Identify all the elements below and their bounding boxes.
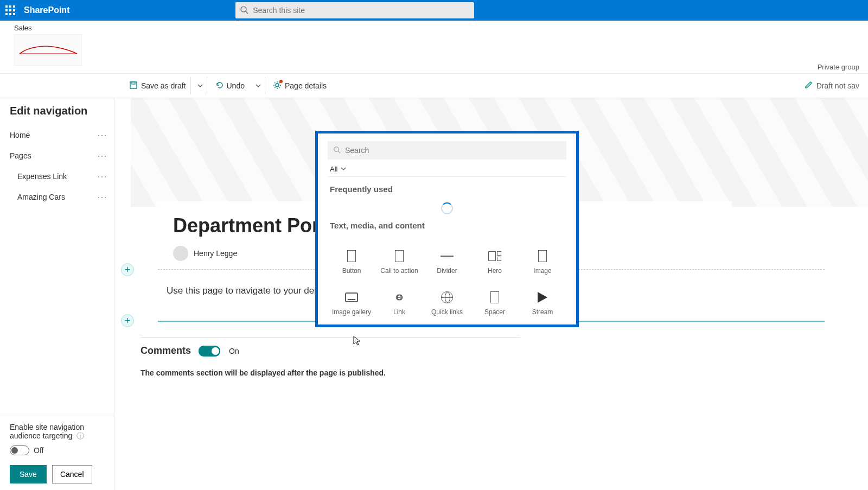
webpart-stream[interactable]: Stream xyxy=(519,277,566,316)
comments-toggle[interactable] xyxy=(199,346,220,357)
nav-item-label: Expenses Link xyxy=(17,172,67,181)
nav-panel-title: Edit navigation xyxy=(0,100,114,125)
cancel-button[interactable]: Cancel xyxy=(52,465,92,483)
save-draft-chevron[interactable] xyxy=(194,77,207,94)
play-icon xyxy=(536,291,549,304)
gallery-icon xyxy=(345,291,358,304)
picker-filter-label: All xyxy=(330,165,337,173)
more-icon[interactable]: ⋯ xyxy=(97,129,107,141)
search-icon xyxy=(333,146,341,155)
link-icon xyxy=(393,291,406,304)
draft-status: Draft not sav xyxy=(805,80,859,91)
save-draft-button[interactable]: Save as draft xyxy=(125,77,191,94)
chevron-down-icon xyxy=(341,165,346,173)
author-avatar xyxy=(173,246,188,261)
comments-divider xyxy=(141,337,520,338)
picker-search[interactable] xyxy=(328,141,566,160)
nav-item-label: Pages xyxy=(10,151,31,160)
webpart-label: Link xyxy=(393,308,405,316)
webpart-divider[interactable]: Divider xyxy=(423,236,471,275)
privacy-label: Private group xyxy=(818,63,859,71)
suite-search[interactable] xyxy=(235,2,474,18)
save-draft-label: Save as draft xyxy=(141,81,186,90)
suite-search-input[interactable] xyxy=(253,6,470,15)
site-header: Sales Private group xyxy=(0,21,868,73)
comments-state: On xyxy=(229,347,239,355)
add-section-button[interactable]: + xyxy=(121,263,134,276)
more-icon[interactable]: ⋯ xyxy=(97,191,107,203)
webpart-image[interactable]: Image xyxy=(519,236,566,275)
undo-chevron[interactable] xyxy=(252,77,265,94)
webpart-spacer[interactable]: Spacer xyxy=(471,277,519,316)
webpart-label: Divider xyxy=(437,267,457,275)
nav-item-label: Home xyxy=(10,131,30,139)
info-icon[interactable]: ⓘ xyxy=(76,431,84,440)
page-details-label: Page details xyxy=(285,81,327,90)
cta-icon xyxy=(393,250,406,263)
gear-icon xyxy=(273,81,282,91)
picker-body[interactable]: Frequently used Text, media, and content… xyxy=(328,176,566,320)
comments-row: Comments On xyxy=(141,345,239,357)
audience-targeting-label: Enable site navigation audience targetin… xyxy=(10,423,104,441)
picker-filter[interactable]: All xyxy=(330,165,566,173)
svg-rect-2 xyxy=(130,82,137,88)
webpart-label: Image gallery xyxy=(332,308,371,316)
nav-item-pages[interactable]: Pages ⋯ xyxy=(0,145,114,166)
loading-spinner xyxy=(441,202,453,214)
audience-targeting-toggle[interactable] xyxy=(10,446,29,455)
nav-item-home[interactable]: Home ⋯ xyxy=(0,125,114,145)
webpart-label: Hero xyxy=(488,267,502,275)
divider-icon xyxy=(441,250,454,263)
nav-items: Home ⋯ Pages ⋯ Expenses Link ⋯ Amazing C… xyxy=(0,125,114,416)
undo-icon xyxy=(215,81,224,91)
webpart-grid: Button Call to action Divider xyxy=(328,233,566,318)
page-details-button[interactable]: Page details xyxy=(269,77,331,94)
webpart-call-to-action[interactable]: Call to action xyxy=(375,236,423,275)
webpart-label: Stream xyxy=(532,308,553,316)
picker-section-frequent: Frequently used xyxy=(328,181,566,197)
image-icon xyxy=(536,250,549,263)
app-launcher-icon[interactable] xyxy=(0,0,21,21)
page-canvas: Department Portals Henry Legge + Use thi… xyxy=(114,98,868,490)
svg-point-0 xyxy=(241,7,246,12)
notification-dot xyxy=(279,80,283,83)
webpart-link[interactable]: Link xyxy=(375,277,423,316)
hero-icon xyxy=(488,250,501,263)
webpart-button[interactable]: Button xyxy=(328,236,375,275)
site-logo[interactable] xyxy=(14,34,82,66)
spacer-icon xyxy=(488,291,501,304)
webpart-label: Image xyxy=(533,267,551,275)
webpart-hero[interactable]: Hero xyxy=(471,236,519,275)
site-title: Sales xyxy=(14,24,82,32)
svg-point-4 xyxy=(276,84,279,87)
svg-point-5 xyxy=(334,147,339,151)
picker-search-input[interactable] xyxy=(345,146,561,155)
button-icon xyxy=(345,250,358,263)
mouse-cursor xyxy=(353,336,361,348)
section-divider xyxy=(576,269,825,270)
undo-button[interactable]: Undo xyxy=(210,77,249,94)
more-icon[interactable]: ⋯ xyxy=(97,150,107,162)
webpart-image-gallery[interactable]: Image gallery xyxy=(328,277,375,316)
brand-label: SharePoint xyxy=(24,5,69,15)
nav-item-amazing-cars[interactable]: Amazing Cars ⋯ xyxy=(0,187,114,207)
nav-item-expenses-link[interactable]: Expenses Link ⋯ xyxy=(0,166,114,187)
more-icon[interactable]: ⋯ xyxy=(97,170,107,182)
add-section-button[interactable]: + xyxy=(121,314,134,327)
comments-label: Comments xyxy=(141,345,191,357)
webpart-label: Spacer xyxy=(484,308,505,316)
pencil-icon xyxy=(805,80,813,91)
save-button[interactable]: Save xyxy=(10,465,47,483)
comments-note: The comments section will be displayed a… xyxy=(141,368,386,377)
save-icon xyxy=(129,81,138,91)
command-bar: Save as draft Undo Page details Draft no… xyxy=(0,74,868,98)
picker-section-text: Text, media, and content xyxy=(328,218,566,233)
author-name: Henry Legge xyxy=(194,249,237,258)
webpart-quick-links[interactable]: Quick links xyxy=(423,277,471,316)
suite-bar: SharePoint xyxy=(0,0,868,21)
toggle-state-label: Off xyxy=(34,446,43,455)
nav-footer: Enable site navigation audience targetin… xyxy=(0,416,114,490)
webpart-label: Quick links xyxy=(431,308,463,316)
main-row: Edit navigation Home ⋯ Pages ⋯ Expenses … xyxy=(0,98,868,490)
svg-line-1 xyxy=(246,11,248,14)
